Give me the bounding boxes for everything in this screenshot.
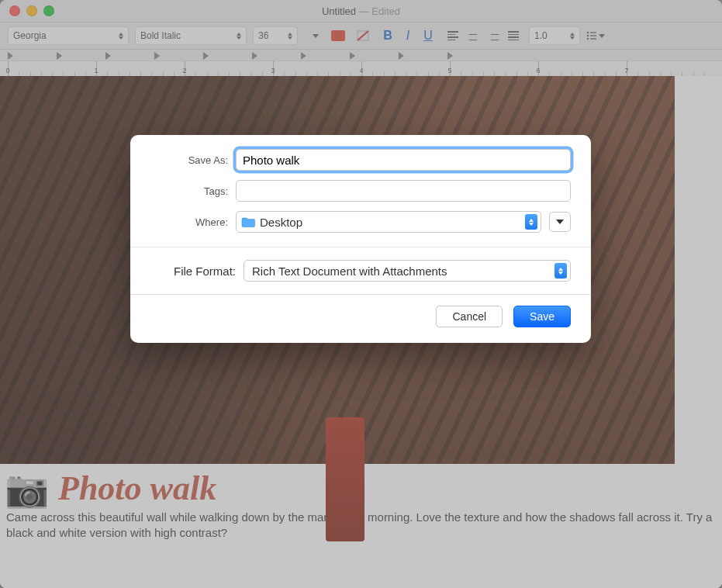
expand-save-panel-button[interactable]	[549, 212, 571, 232]
where-popup[interactable]: Desktop	[236, 211, 541, 233]
where-label: Where:	[150, 216, 228, 228]
app-window: Untitled — Edited Georgia Bold Italic 36…	[0, 0, 722, 588]
popup-arrows-icon	[525, 214, 537, 230]
save-sheet: Save As: Tags: Where: Desktop	[130, 135, 591, 343]
file-format-label: File Format:	[150, 265, 236, 278]
folder-icon	[241, 216, 255, 227]
save-button[interactable]: Save	[513, 306, 571, 327]
save-as-input[interactable]	[236, 149, 571, 171]
file-format-popup[interactable]: Rich Text Document with Attachments	[244, 260, 571, 282]
where-value: Desktop	[260, 216, 525, 229]
tags-label: Tags:	[150, 185, 228, 197]
cancel-button[interactable]: Cancel	[436, 306, 503, 327]
popup-arrows-icon	[554, 263, 567, 278]
tags-input[interactable]	[236, 180, 571, 202]
save-as-label: Save As:	[150, 154, 228, 166]
chevron-down-icon	[556, 220, 564, 224]
file-format-value: Rich Text Document with Attachments	[252, 265, 554, 278]
